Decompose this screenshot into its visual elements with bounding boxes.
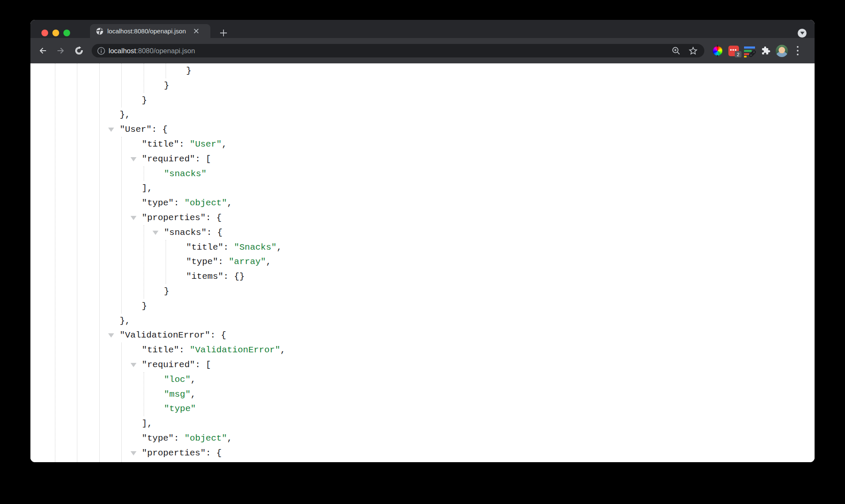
new-tab-button[interactable] bbox=[218, 27, 229, 39]
json-string-value: "object" bbox=[184, 433, 227, 443]
expander-triangle-icon[interactable] bbox=[131, 157, 136, 161]
json-key: "title" bbox=[142, 139, 179, 149]
puzzle-icon bbox=[760, 46, 771, 56]
expander-triangle-icon[interactable] bbox=[131, 216, 136, 220]
tab-close-icon[interactable] bbox=[191, 26, 201, 36]
profile-avatar-button[interactable] bbox=[774, 44, 789, 58]
json-punctuation: , bbox=[280, 345, 286, 355]
json-key: "type" bbox=[186, 257, 218, 267]
json-string-value: "snacks" bbox=[164, 169, 207, 179]
json-string-value: "msg" bbox=[164, 390, 191, 399]
color-wheel-extension-icon[interactable] bbox=[710, 44, 725, 58]
json-key: "required" bbox=[142, 154, 195, 164]
json-punctuation: }, bbox=[120, 110, 130, 120]
json-key: "type" bbox=[142, 198, 174, 208]
json-string-value: "Snacks" bbox=[234, 242, 277, 252]
url-text[interactable]: localhost:8080/openapi.json bbox=[109, 47, 669, 55]
json-punctuation: , bbox=[277, 242, 282, 252]
json-punctuation: : {} bbox=[224, 272, 245, 281]
browser-menu-button[interactable] bbox=[790, 44, 805, 58]
json-line: "properties": { bbox=[30, 210, 815, 225]
zoom-icon[interactable] bbox=[669, 44, 683, 58]
tab-strip: localhost:8080/openapi.json bbox=[30, 20, 815, 38]
json-line: "snacks": { bbox=[30, 225, 815, 240]
extensions-puzzle-button[interactable] bbox=[758, 44, 773, 58]
json-punctuation: : { bbox=[210, 330, 226, 340]
expander-triangle-icon[interactable] bbox=[153, 231, 158, 235]
info-icon[interactable] bbox=[97, 47, 105, 55]
url-host: localhost bbox=[109, 47, 136, 54]
toolbar: localhost:8080/openapi.json ••• bbox=[30, 38, 815, 63]
json-line: "msg", bbox=[30, 387, 815, 402]
browser-window: localhost:8080/openapi.json bbox=[30, 20, 815, 462]
back-button[interactable] bbox=[35, 44, 50, 58]
json-punctuation: : { bbox=[206, 448, 222, 458]
json-punctuation: : bbox=[224, 242, 234, 252]
json-line: "required": [ bbox=[30, 357, 815, 372]
json-punctuation: , bbox=[227, 198, 232, 208]
json-punctuation: , bbox=[222, 139, 227, 149]
json-line: "title": "User", bbox=[30, 137, 815, 152]
json-punctuation: } bbox=[186, 66, 191, 76]
traffic-light-close-button[interactable] bbox=[41, 30, 48, 36]
json-punctuation: : [ bbox=[195, 360, 211, 370]
chevron-down-icon bbox=[800, 32, 804, 35]
json-key: "properties" bbox=[142, 213, 206, 223]
forward-button[interactable] bbox=[54, 44, 68, 58]
tag-manager-extension-icon[interactable] bbox=[742, 44, 757, 58]
json-line: ], bbox=[30, 181, 815, 196]
tab-search-button[interactable] bbox=[798, 29, 807, 38]
json-line: } bbox=[30, 299, 815, 313]
json-line: "type": "array", bbox=[30, 254, 815, 269]
json-punctuation: , bbox=[227, 433, 232, 443]
color-wheel-icon bbox=[713, 46, 722, 56]
globe-favicon-icon bbox=[96, 27, 104, 35]
traffic-light-zoom-button[interactable] bbox=[63, 30, 70, 36]
kebab-menu-icon bbox=[797, 46, 799, 55]
extensions-area: ••• 2 bbox=[710, 44, 807, 58]
expander-triangle-icon[interactable] bbox=[108, 333, 114, 338]
bookmark-star-icon[interactable] bbox=[686, 44, 700, 58]
json-line: "type": "object", bbox=[30, 196, 815, 210]
json-line: "type" bbox=[30, 401, 815, 416]
json-punctuation: : bbox=[218, 257, 229, 267]
json-punctuation: : bbox=[174, 198, 184, 208]
json-punctuation: ], bbox=[142, 183, 153, 193]
json-string-value: "ValidationError" bbox=[190, 345, 280, 355]
json-punctuation: ], bbox=[142, 419, 153, 428]
json-punctuation: }, bbox=[120, 316, 130, 326]
json-line: } bbox=[30, 63, 815, 78]
expander-triangle-icon[interactable] bbox=[131, 451, 136, 455]
expander-triangle-icon[interactable] bbox=[108, 128, 114, 132]
json-line: ], bbox=[30, 416, 815, 431]
json-string-value: "loc" bbox=[164, 375, 191, 384]
json-line: "loc", bbox=[30, 372, 815, 387]
tag-manager-link-icon bbox=[743, 44, 756, 57]
json-punctuation: : [ bbox=[195, 154, 211, 164]
json-line: } bbox=[30, 78, 815, 93]
json-key: "User" bbox=[120, 125, 152, 134]
json-line: "properties": { bbox=[30, 446, 815, 460]
password-manager-extension-icon[interactable]: ••• 2 bbox=[726, 44, 741, 58]
json-key: "title" bbox=[142, 345, 179, 355]
json-line: } bbox=[30, 284, 815, 299]
browser-tab[interactable]: localhost:8080/openapi.json bbox=[90, 24, 210, 38]
json-key: "title" bbox=[186, 242, 223, 252]
json-line: "required": [ bbox=[30, 152, 815, 166]
json-punctuation: } bbox=[142, 95, 147, 105]
json-punctuation: : { bbox=[207, 228, 223, 237]
expander-triangle-icon[interactable] bbox=[131, 363, 136, 367]
json-line: "ValidationError": { bbox=[30, 328, 815, 343]
json-key: "properties" bbox=[142, 448, 206, 458]
traffic-light-minimize-button[interactable] bbox=[52, 30, 59, 36]
json-line: "loc": { bbox=[30, 460, 815, 462]
json-key: "ValidationError" bbox=[120, 330, 210, 340]
profile-avatar bbox=[776, 45, 788, 57]
json-key: "snacks" bbox=[164, 228, 207, 237]
json-key: "type" bbox=[142, 433, 174, 443]
url-bar[interactable]: localhost:8080/openapi.json bbox=[92, 44, 704, 57]
json-line: "title": "ValidationError", bbox=[30, 343, 815, 357]
reload-button[interactable] bbox=[72, 44, 86, 58]
json-punctuation: } bbox=[164, 286, 169, 296]
json-line: } bbox=[30, 93, 815, 108]
